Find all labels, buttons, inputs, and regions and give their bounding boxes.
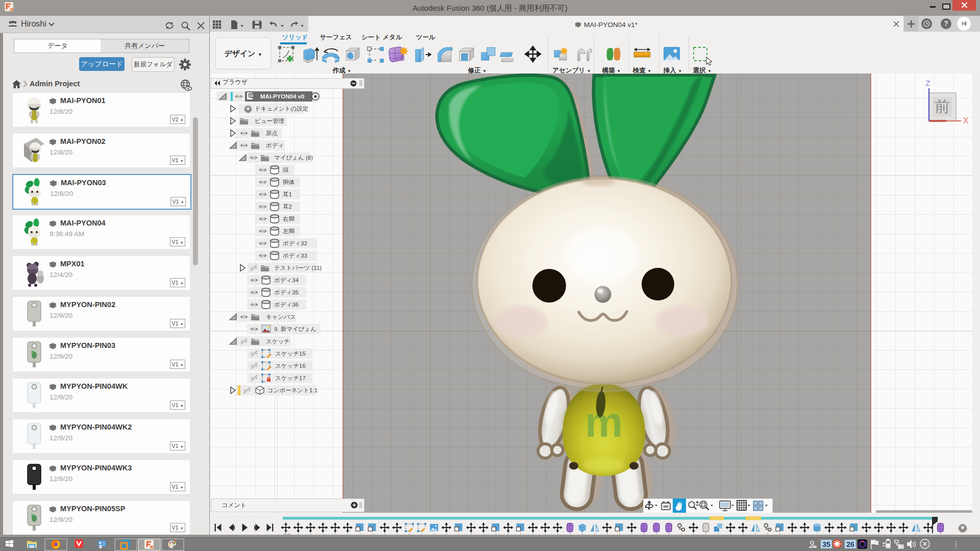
- svg-text:35: 35: [822, 540, 830, 548]
- svg-text:26: 26: [846, 540, 854, 548]
